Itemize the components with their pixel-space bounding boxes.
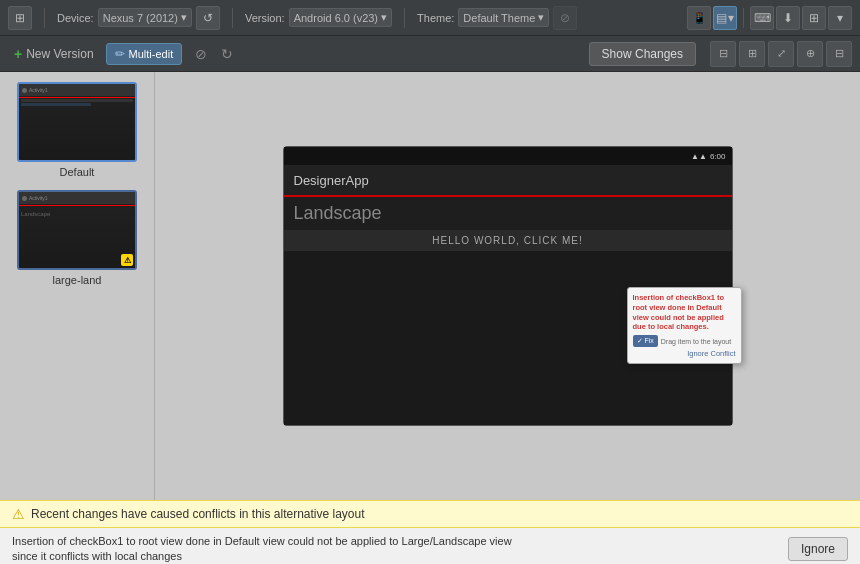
conflict-fix-button[interactable]: ✓ Fix xyxy=(633,335,658,347)
plus-icon: + xyxy=(14,46,22,62)
card-title-bar: Activity1 xyxy=(19,84,135,96)
layout-minus-icon[interactable]: ⊟ xyxy=(826,41,852,67)
default-layout-card[interactable]: Activity1 Default xyxy=(8,82,146,178)
right-icons: 📱 ▤ ▾ ⌨ ⬇ ⊞ ▾ xyxy=(687,6,852,30)
ll-title-bar: Activity1 xyxy=(19,192,135,204)
app-title: DesignerApp xyxy=(294,173,369,188)
layout-view-icons: ⊟ ⊞ ⤢ ⊕ ⊟ xyxy=(710,41,852,67)
bottom-section: ⚠ Recent changes have caused conflicts i… xyxy=(0,500,860,564)
main-content: Activity1 Default xyxy=(0,72,860,500)
top-toolbar: ⊞ Device: Nexus 7 (2012) ▾ ↺ Version: An… xyxy=(0,0,860,36)
layout-add-icon[interactable]: ⊕ xyxy=(797,41,823,67)
device-chevron-icon: ▾ xyxy=(181,11,187,24)
theme-chevron-icon: ▾ xyxy=(538,11,544,24)
pencil-icon: ✏ xyxy=(115,47,125,61)
large-land-card-frame: Activity1 Landscape ⚠ xyxy=(17,190,137,270)
layout-fullscreen-icon[interactable]: ⤢ xyxy=(768,41,794,67)
warning-bar: ⚠ Recent changes have caused conflicts i… xyxy=(0,500,860,528)
theme-section: Theme: Default Theme ▾ ⊘ xyxy=(417,6,577,30)
tablet-inner-icon: ▤ xyxy=(716,11,727,25)
separator-2 xyxy=(232,8,233,28)
new-version-label: New Version xyxy=(26,47,93,61)
conflict-detail-text: Insertion of checkBox1 to root view done… xyxy=(12,534,512,564)
large-land-layout-card[interactable]: Activity1 Landscape ⚠ large-land xyxy=(8,190,146,286)
ll-red-line xyxy=(19,205,135,206)
conflict-popup-title: Insertion of checkBox1 to root view done… xyxy=(633,293,736,332)
battery-icon: 6:00 xyxy=(710,152,726,161)
version-value: Android 6.0 (v23) xyxy=(294,12,378,24)
device-section: Device: Nexus 7 (2012) ▾ ↺ xyxy=(57,6,220,30)
multi-edit-sync-icon[interactable]: ↻ xyxy=(216,43,238,65)
default-card-frame: Activity1 xyxy=(17,82,137,162)
large-land-screen: Activity1 Landscape xyxy=(19,192,135,268)
second-toolbar: + New Version ✏ Multi-edit ⊘ ↻ Show Chan… xyxy=(0,36,860,72)
separator-1 xyxy=(44,8,45,28)
ll-app-name: Activity1 xyxy=(29,195,48,201)
ll-landscape-text: Landscape xyxy=(19,207,135,221)
layout-columns-icon[interactable]: ⊞ xyxy=(739,41,765,67)
version-label: Version: xyxy=(245,12,285,24)
device-value: Nexus 7 (2012) xyxy=(103,12,178,24)
theme-disabled-icon[interactable]: ⊘ xyxy=(553,6,577,30)
wifi-icon: ▲▲ xyxy=(691,152,707,161)
show-changes-button[interactable]: Show Changes xyxy=(589,42,696,66)
center-area: ▲▲ 6:00 DesignerApp Landscape HELLO WORL… xyxy=(155,72,860,500)
layout-grid-icon[interactable]: ⊟ xyxy=(710,41,736,67)
keyboard-icon[interactable]: ⌨ xyxy=(750,6,774,30)
warning-bar-text: Recent changes have caused conflicts in … xyxy=(31,507,365,521)
conflict-popup: Insertion of checkBox1 to root view done… xyxy=(627,287,742,364)
large-land-card-label: large-land xyxy=(53,274,102,286)
window-icon[interactable]: ⊞ xyxy=(8,6,32,30)
tablet-chevron-icon: ▾ xyxy=(728,11,734,25)
download-icon[interactable]: ⬇ xyxy=(776,6,800,30)
theme-value: Default Theme xyxy=(463,12,535,24)
landscape-label: Landscape xyxy=(284,197,732,230)
new-version-button[interactable]: + New Version xyxy=(8,43,100,65)
card-app-name: Activity1 xyxy=(29,87,48,93)
left-panel: Activity1 Default xyxy=(0,72,155,500)
conflict-drag-text: Drag item to the layout xyxy=(661,338,731,345)
multi-edit-clear-icon[interactable]: ⊘ xyxy=(190,43,212,65)
card-text-1 xyxy=(21,99,133,102)
phone-frame: ▲▲ 6:00 DesignerApp Landscape HELLO WORL… xyxy=(283,146,733,426)
theme-label: Theme: xyxy=(417,12,454,24)
warning-badge: ⚠ xyxy=(121,254,133,266)
multi-edit-actions: ⊘ ↻ xyxy=(190,43,238,65)
more-icon[interactable]: ▾ xyxy=(828,6,852,30)
version-chevron-icon: ▾ xyxy=(381,11,387,24)
conflict-popup-actions: ✓ Fix Drag item to the layout xyxy=(633,335,736,347)
separator-3 xyxy=(404,8,405,28)
card-dot xyxy=(22,88,27,93)
conflict-detail: Insertion of checkBox1 to root view done… xyxy=(0,528,860,564)
phone-portrait-icon[interactable]: 📱 xyxy=(687,6,711,30)
card-red-line xyxy=(19,97,135,98)
device-select[interactable]: Nexus 7 (2012) ▾ xyxy=(98,8,192,27)
device-label: Device: xyxy=(57,12,94,24)
version-select[interactable]: Android 6.0 (v23) ▾ xyxy=(289,8,392,27)
status-icons: ▲▲ 6:00 xyxy=(691,152,725,161)
hello-world-bar: HELLO WORLD, CLICK ME! xyxy=(284,230,732,251)
multi-edit-label: Multi-edit xyxy=(129,48,174,60)
phone-status-bar: ▲▲ 6:00 xyxy=(284,147,732,165)
multi-edit-button[interactable]: ✏ Multi-edit xyxy=(106,43,183,65)
device-refresh-icon[interactable]: ↺ xyxy=(196,6,220,30)
default-card-label: Default xyxy=(60,166,95,178)
default-card-screen: Activity1 xyxy=(19,84,135,160)
window-controls: ⊞ xyxy=(8,6,32,30)
ignore-button[interactable]: Ignore xyxy=(788,537,848,561)
tablet-icon[interactable]: ▤ ▾ xyxy=(713,6,737,30)
warning-triangle-icon: ⚠ xyxy=(12,506,25,522)
phone-app-bar: DesignerApp xyxy=(284,165,732,195)
conflict-ignore-popup-button[interactable]: Ignore Conflict xyxy=(633,349,736,358)
ll-dot xyxy=(22,196,27,201)
grid-icon[interactable]: ⊞ xyxy=(802,6,826,30)
version-section: Version: Android 6.0 (v23) ▾ xyxy=(245,8,392,27)
card-text-2 xyxy=(21,103,91,106)
separator-4 xyxy=(743,8,744,28)
theme-select[interactable]: Default Theme ▾ xyxy=(458,8,549,27)
